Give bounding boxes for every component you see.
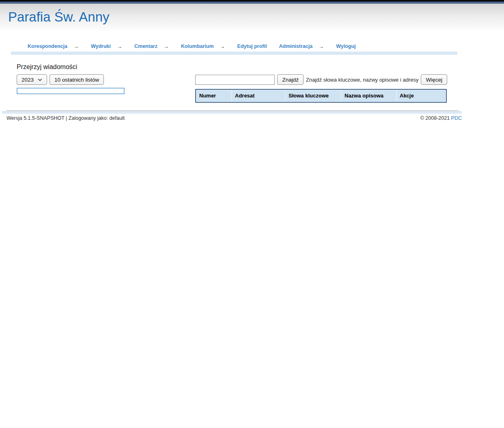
nav-item-administracja[interactable]: Administracja — [279, 43, 312, 49]
recent-letters-button[interactable]: 10 ostatnich listów — [50, 74, 104, 85]
search-input[interactable] — [195, 75, 275, 85]
copyright: © 2008-2021 PDC — [420, 115, 462, 121]
messages-table: Numer Adresat Słowa kluczowe Nazwa opiso… — [195, 89, 447, 103]
nav-item-administracja-wrap: Administracja → — [279, 43, 324, 50]
page-title: Przejrzyj wiadomości — [17, 63, 504, 71]
find-button[interactable]: Znajdź — [277, 74, 304, 85]
column-header-nazwa-opisowa: Nazwa opisowa — [341, 89, 396, 102]
more-button[interactable]: Więcej — [421, 74, 447, 85]
main-content: Przejrzyj wiadomości 2023 10 ostatnich l… — [0, 63, 504, 103]
content-columns: 2023 10 ostatnich listów Znajdź Znajdź s… — [17, 74, 504, 103]
year-select-value: 2023 — [22, 77, 34, 83]
nav-item-wydruki[interactable]: Wydruki — [91, 43, 111, 49]
search-row: Znajdź Znajdź słowa kluczowe, nazwy opis… — [195, 74, 447, 85]
nav-item-edytuj-profil-wrap: Edytuj profil — [237, 43, 267, 49]
nav-item-cmentarz[interactable]: Cmentarz — [134, 43, 157, 49]
arrow-right-icon: → — [117, 43, 122, 50]
column-header-akcje: Akcje — [396, 89, 446, 102]
site-title: Parafia Św. Anny — [0, 4, 504, 25]
left-column: 2023 10 ostatnich listów — [17, 74, 195, 103]
nav-item-wyloguj[interactable]: Wyloguj — [336, 43, 355, 49]
year-controls-row: 2023 10 ostatnich listów — [17, 74, 195, 85]
nav-item-cmentarz-wrap: Cmentarz → — [134, 43, 169, 50]
footer-text-row: Wersja 5.1.5-SNAPSHOT | Zalogowany jako:… — [6, 115, 462, 121]
arrow-right-icon: → — [220, 43, 225, 50]
nav-item-korespondencja-wrap: Korespondencja → — [28, 43, 79, 50]
arrow-right-icon: → — [73, 43, 79, 50]
nav-items: Korespondencja → Wydruki → Cmentarz → Ko… — [0, 43, 504, 50]
nav-item-wyloguj-wrap: Wyloguj — [336, 43, 355, 49]
version-status-text: Wersja 5.1.5-SNAPSHOT | Zalogowany jako:… — [6, 115, 125, 121]
footer-accent-strip — [2, 111, 462, 114]
nav-item-wydruki-wrap: Wydruki → — [91, 43, 122, 50]
table-header-row: Numer Adresat Słowa kluczowe Nazwa opiso… — [196, 89, 446, 102]
search-hint: Znajdź słowa kluczowe, nazwy opisowe i a… — [306, 77, 418, 83]
column-header-numer: Numer — [196, 89, 232, 102]
right-column: Znajdź Znajdź słowa kluczowe, nazwy opis… — [195, 74, 447, 103]
nav-item-edytuj-profil[interactable]: Edytuj profil — [237, 43, 267, 49]
arrow-right-icon: → — [319, 43, 324, 50]
filter-input[interactable] — [17, 88, 125, 94]
year-select[interactable]: 2023 — [17, 74, 47, 85]
column-header-adresat: Adresat — [232, 89, 285, 102]
page-footer: Wersja 5.1.5-SNAPSHOT | Zalogowany jako:… — [0, 110, 504, 121]
copyright-text: © 2008-2021 — [420, 115, 450, 121]
column-header-slowa-kluczowe: Słowa kluczowe — [285, 89, 341, 102]
arrow-right-icon: → — [164, 43, 169, 50]
main-nav: Korespondencja → Wydruki → Cmentarz → Ko… — [0, 43, 504, 55]
pdc-link[interactable]: PDC — [451, 115, 462, 121]
nav-item-kolumbarium[interactable]: Kolumbarium — [181, 43, 214, 49]
chevron-down-icon — [38, 78, 42, 81]
page-header: Parafia Św. Anny — [0, 4, 504, 37]
nav-item-kolumbarium-wrap: Kolumbarium → — [181, 43, 225, 50]
nav-item-korespondencja[interactable]: Korespondencja — [28, 43, 67, 49]
nav-accent-strip — [11, 52, 457, 55]
